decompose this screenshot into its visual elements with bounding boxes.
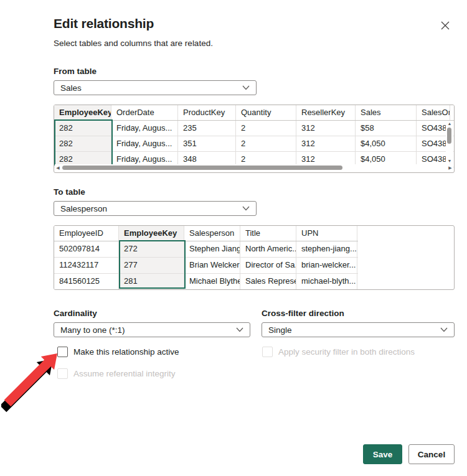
table-cell[interactable]: 277 — [119, 258, 184, 273]
cross-filter-label: Cross-filter direction — [262, 309, 344, 318]
close-button[interactable] — [437, 17, 453, 34]
cardinality-label: Cardinality — [54, 309, 97, 318]
column-header-upn[interactable]: UPN — [296, 226, 357, 241]
table-cell[interactable]: Michael Blythe — [184, 274, 240, 289]
table-cell[interactable]: SO43891 — [417, 121, 450, 136]
column-header-employeeid[interactable]: EmployeeID — [54, 226, 119, 241]
apply-security-checkbox-row: Apply security filter in both directions — [262, 347, 415, 357]
cardinality-dropdown[interactable]: Many to one (*:1) — [54, 322, 250, 337]
table-cell[interactable]: stephen-jiang... — [296, 241, 357, 257]
from-table-label: From table — [54, 67, 97, 76]
column-header-employeekey[interactable]: EmployeeKey — [119, 226, 184, 241]
to-table-dropdown[interactable]: Salesperson — [54, 201, 257, 216]
column-header-resellerkey[interactable]: ResellerKey — [296, 105, 356, 120]
column-header-salesperson[interactable]: Salesperson — [184, 226, 240, 241]
table-cell[interactable]: Stephen Jiang — [184, 241, 240, 257]
cancel-button[interactable]: Cancel — [408, 444, 455, 464]
close-icon — [441, 21, 450, 30]
table-cell[interactable]: 282 — [54, 121, 111, 136]
column-header-salesorde[interactable]: SalesOrde — [417, 105, 450, 120]
table-cell[interactable]: 841560125 — [54, 274, 119, 289]
table-cell[interactable]: 235 — [178, 121, 236, 136]
from-table-selected-value: Sales — [60, 83, 82, 93]
table-cell[interactable]: 112432117 — [54, 258, 119, 273]
table-cell[interactable]: 2 — [236, 121, 296, 136]
assume-referential-checkbox-row: Assume referential integrity — [57, 368, 176, 379]
table-cell[interactable]: brian-welcker... — [296, 258, 357, 273]
cross-filter-selected-value: Single — [268, 325, 292, 335]
table-cell[interactable]: 272 — [119, 241, 184, 257]
edit-relationship-dialog: Edit relationship Select tables and colu… — [0, 0, 467, 476]
table-cell[interactable]: 281 — [119, 274, 184, 289]
arrow-shape — [4, 353, 57, 406]
dialog-subtitle: Select tables and columns that are relat… — [54, 39, 213, 48]
table-cell[interactable]: $4,050 — [356, 136, 417, 151]
horizontal-scrollbar[interactable]: ◀ ▶ — [55, 164, 453, 172]
column-header-employeekey[interactable]: EmployeeKey — [54, 105, 111, 120]
table-cell[interactable]: 312 — [296, 136, 356, 151]
horizontal-scroll-thumb[interactable] — [62, 166, 342, 170]
table-cell[interactable]: michael-blyth... — [296, 274, 357, 289]
column-header-title[interactable]: Title — [240, 226, 296, 241]
make-active-label: Make this relationship active — [73, 347, 179, 357]
column-header-sales[interactable]: Sales — [356, 105, 417, 120]
from-table-preview: EmployeeKeyOrderDateProductKeyQuantityRe… — [54, 105, 455, 173]
vertical-scrollbar[interactable]: ▲ ▼ — [446, 121, 453, 164]
chevron-down-icon — [440, 327, 448, 332]
from-table-dropdown[interactable]: Sales — [54, 80, 257, 95]
table-row: 502097814272Stephen JiangNorth Americ...… — [54, 241, 358, 258]
chevron-down-icon — [236, 327, 243, 332]
table-row: 282Friday, Augus...2352312$58SO43891 — [54, 121, 454, 136]
dialog-title: Edit relationship — [54, 16, 154, 31]
cross-filter-dropdown[interactable]: Single — [262, 322, 455, 337]
table-cell[interactable]: Friday, Augus... — [111, 136, 178, 151]
table-cell[interactable]: 312 — [296, 121, 356, 136]
table-row: 112432117277Brian WelckerDirector of Sa.… — [54, 258, 358, 274]
scroll-right-icon[interactable]: ▶ — [447, 166, 453, 170]
table-cell[interactable]: Friday, Augus... — [111, 121, 178, 136]
table-row: 282Friday, Augus...3512312$4,050SO43891 — [54, 136, 454, 152]
chevron-down-icon — [242, 206, 250, 211]
column-header-productkey[interactable]: ProductKey — [178, 105, 236, 120]
table-cell[interactable]: $58 — [356, 121, 417, 136]
red-arrow-annotation — [1, 345, 66, 416]
make-active-checkbox-row: Make this relationship active — [57, 347, 179, 357]
vertical-scroll-track[interactable] — [446, 126, 453, 158]
table-cell[interactable]: Director of Sa... — [240, 258, 296, 273]
to-table-header-row: EmployeeIDEmployeeKeySalespersonTitleUPN — [54, 226, 358, 241]
assume-referential-label: Assume referential integrity — [73, 369, 176, 378]
table-cell[interactable]: Sales Represe... — [240, 274, 296, 289]
apply-security-checkbox — [262, 347, 273, 357]
column-header-orderdate[interactable]: OrderDate — [111, 105, 178, 120]
to-table-selected-value: Salesperson — [60, 204, 107, 213]
scroll-down-icon[interactable]: ▼ — [448, 158, 452, 164]
apply-security-label: Apply security filter in both directions — [278, 347, 415, 357]
from-table-body: 282Friday, Augus...2352312$58SO43891282F… — [54, 121, 454, 167]
to-table-preview: EmployeeIDEmployeeKeySalespersonTitleUPN… — [54, 225, 455, 290]
horizontal-scroll-track[interactable] — [61, 164, 447, 172]
table-cell[interactable]: 2 — [236, 136, 296, 151]
from-table-header-row: EmployeeKeyOrderDateProductKeyQuantityRe… — [54, 105, 454, 121]
table-cell[interactable]: 282 — [54, 136, 111, 151]
save-button[interactable]: Save — [363, 444, 402, 464]
to-table-body: 502097814272Stephen JiangNorth Americ...… — [54, 241, 358, 290]
table-row: 841560125281Michael BlytheSales Represe.… — [54, 274, 358, 290]
scroll-left-icon[interactable]: ◀ — [55, 166, 61, 170]
table-cell[interactable]: Brian Welcker — [184, 258, 240, 273]
column-header-quantity[interactable]: Quantity — [236, 105, 296, 120]
scroll-up-icon[interactable]: ▲ — [448, 121, 452, 126]
table-cell[interactable]: 502097814 — [54, 241, 119, 257]
table-cell[interactable]: North Americ... — [240, 241, 296, 257]
cardinality-selected-value: Many to one (*:1) — [60, 325, 125, 335]
table-cell[interactable]: 351 — [178, 136, 236, 151]
vertical-scroll-thumb[interactable] — [447, 128, 451, 144]
to-table-label: To table — [54, 187, 85, 197]
chevron-down-icon — [242, 85, 250, 90]
table-cell[interactable]: SO43891 — [417, 136, 450, 151]
